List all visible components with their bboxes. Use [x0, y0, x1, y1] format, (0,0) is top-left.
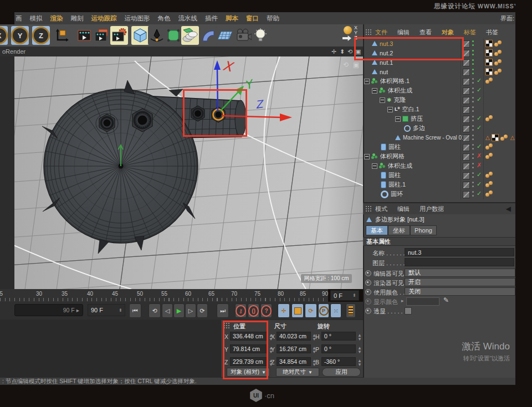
phong-tag-icon[interactable] — [485, 115, 494, 122]
phong-tag-icon[interactable] — [485, 153, 494, 159]
display-color-swatch[interactable] — [406, 297, 439, 306]
visibility-dots-icon[interactable] — [472, 50, 474, 56]
axis-ball-icon[interactable] — [344, 26, 352, 34]
phong-tag-icon[interactable] — [485, 78, 494, 84]
timeline-ruler[interactable]: 25 30 35 40 45 50 55 60 65 70 75 80 85 9… — [0, 289, 328, 302]
object-row-nut1[interactable]: nut.1 — [363, 58, 515, 67]
next-key-button[interactable]: ▷ — [185, 303, 196, 318]
visibility-dots-icon[interactable] — [472, 78, 474, 84]
texture-tag-icon[interactable] — [485, 40, 493, 47]
om-menu-bookmarks[interactable]: 书签 — [486, 28, 498, 37]
am-menu-mode[interactable]: 模式 — [375, 205, 387, 213]
current-frame-field[interactable]: 90 F⬍ — [88, 304, 125, 316]
spline-pen-button[interactable] — [148, 26, 166, 45]
layer-icon[interactable] — [463, 163, 470, 170]
enabled-check-icon[interactable]: ✓ — [477, 124, 482, 131]
basic-properties-header[interactable]: 基本属性 — [363, 237, 515, 246]
pos-z-field[interactable]: 229.739 cm — [230, 357, 268, 366]
viewport-toggle-icon[interactable]: ▣ — [353, 61, 359, 69]
menu-item-render[interactable]: 渲染 — [50, 14, 63, 23]
menu-item-motion-tracker[interactable]: 运动跟踪 — [91, 14, 117, 23]
visibility-dots-icon[interactable] — [472, 144, 474, 150]
object-row-extrude[interactable]: 挤压 ✓ — [363, 114, 515, 123]
color-picker-pen-icon[interactable]: ✎ — [443, 296, 449, 304]
record-position-button[interactable]: ✛ — [278, 303, 290, 318]
menu-item-animate[interactable]: 画 — [16, 14, 22, 23]
add-cube-button[interactable] — [131, 26, 149, 45]
display-color-expand-icon[interactable]: ▸ — [401, 298, 404, 303]
pos-x-field[interactable]: 336.448 cm — [230, 332, 268, 341]
phong-tag-icon[interactable] — [494, 40, 503, 47]
object-row-cylinder-1[interactable]: 圆柱.1 ✓ — [363, 180, 515, 189]
tab-basic[interactable]: 基本 — [366, 225, 388, 235]
render-visibility-radio[interactable] — [365, 280, 371, 286]
goto-start-button[interactable]: ⏮ — [129, 303, 141, 318]
layer-icon[interactable] — [463, 172, 470, 179]
visibility-dots-icon[interactable] — [472, 182, 474, 188]
enabled-check-icon[interactable]: ✓ — [477, 96, 482, 103]
layer-icon[interactable] — [463, 59, 470, 66]
camera-rotate-icon[interactable]: ⟲ — [343, 61, 349, 69]
layer-icon[interactable] — [463, 69, 470, 76]
menu-item-window[interactable]: 窗口 — [246, 14, 259, 23]
collapse-icon[interactable] — [364, 79, 370, 84]
enabled-check-icon[interactable]: ✓ — [477, 190, 482, 197]
phong-tag-icon[interactable] — [485, 190, 494, 197]
menu-item-character[interactable]: 角色 — [158, 14, 171, 23]
coordinate-system-button[interactable] — [53, 26, 71, 45]
viewport-rotate-icon[interactable]: ⟲ — [347, 48, 352, 55]
layer-icon[interactable] — [463, 116, 470, 123]
visibility-dots-icon[interactable] — [472, 97, 474, 103]
visibility-dots-icon[interactable] — [472, 191, 474, 197]
layer-icon[interactable] — [463, 87, 470, 95]
sweep-object-button[interactable] — [181, 26, 199, 45]
visibility-dots-icon[interactable] — [472, 153, 474, 159]
tab-phong[interactable]: Phong — [410, 225, 437, 235]
camera-object-button[interactable] — [235, 26, 253, 45]
size-y-field[interactable]: 16.267 cm — [277, 344, 311, 353]
light-object-button[interactable] — [252, 26, 269, 45]
menu-item-simulate[interactable]: 模拟 — [30, 14, 43, 23]
visibility-dots-icon[interactable] — [472, 59, 474, 65]
enabled-check-icon[interactable]: ✓ — [477, 115, 482, 122]
om-menu-view[interactable]: 查看 — [420, 28, 432, 37]
collapse-icon[interactable] — [372, 163, 377, 169]
record-keyframe-button[interactable]: ⚷ — [235, 303, 247, 318]
layer-icon[interactable] — [463, 78, 470, 85]
panel-grip[interactable] — [223, 322, 230, 329]
record-pla-button[interactable]: ⁙ — [330, 303, 341, 318]
object-manager-grip[interactable] — [365, 29, 372, 35]
layer-icon[interactable] — [463, 50, 470, 57]
texture-tag-icon[interactable] — [485, 59, 493, 66]
name-input[interactable]: nut.3 — [405, 248, 514, 256]
record-rotation-button[interactable]: ⟳ — [305, 303, 317, 318]
sphere-nut-small[interactable] — [96, 114, 118, 133]
render-settings-button[interactable] — [110, 26, 128, 45]
viewport-zoom-icon[interactable]: ⬍ — [340, 48, 345, 55]
enabled-check-icon[interactable]: ✓ — [477, 171, 482, 178]
viewport-pan-icon[interactable]: ✛ — [331, 48, 336, 55]
rot-p-field[interactable]: 0 ° — [321, 344, 356, 353]
object-row-volume-builder[interactable]: 体积生成 ✗ — [363, 161, 515, 171]
phong-tag-icon[interactable] — [485, 172, 494, 178]
menu-item-mograph[interactable]: 运动图形 — [125, 14, 150, 23]
collapse-icon[interactable] — [387, 107, 393, 112]
visibility-dots-icon[interactable] — [472, 69, 474, 75]
use-color-dropdown[interactable]: 关闭 — [405, 287, 515, 296]
workplane-arrow-icon[interactable] — [342, 35, 351, 41]
visibility-dots-icon[interactable] — [472, 87, 474, 94]
layer-icon[interactable] — [463, 106, 470, 114]
phong-tag-icon[interactable] — [494, 50, 503, 56]
display-color-radio[interactable] — [365, 298, 371, 305]
size-z-field[interactable]: 34.854 cm — [277, 357, 311, 366]
object-row-cloner[interactable]: ✱ 克隆 ✓ — [363, 95, 515, 105]
z-axis-lock-button[interactable]: Z — [32, 26, 50, 45]
visibility-dots-icon[interactable] — [472, 163, 474, 169]
visibility-dots-icon[interactable] — [472, 40, 474, 47]
render-to-picture-viewer-button[interactable] — [93, 26, 111, 45]
record-parameter-button[interactable]: P — [318, 303, 329, 318]
use-color-radio[interactable] — [365, 289, 371, 295]
keyframe-selection-button[interactable]: ? — [260, 303, 272, 318]
texture-tag-icon[interactable] — [485, 68, 493, 75]
rot-h-field[interactable]: 0 ° — [321, 332, 356, 341]
